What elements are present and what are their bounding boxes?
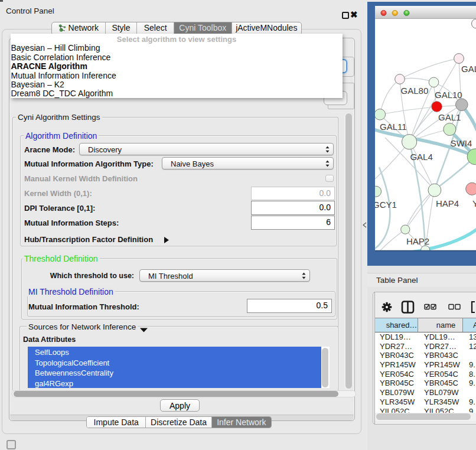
svg-text:HAP2: HAP2 [406, 236, 429, 246]
svg-text:GAL80: GAL80 [401, 86, 429, 96]
svg-text:YJ: YJ [472, 198, 476, 208]
svg-text:GAL11: GAL11 [380, 122, 407, 132]
svg-text:GAL10: GAL10 [435, 90, 462, 100]
svg-text:SWI4: SWI4 [451, 138, 472, 148]
svg-text:GAL1: GAL1 [438, 112, 461, 122]
svg-text:GAL7: GAL7 [461, 64, 476, 74]
svg-text:HAP4: HAP4 [436, 198, 459, 208]
svg-text:GCY1: GCY1 [373, 200, 397, 210]
svg-text:GAL4: GAL4 [410, 152, 432, 162]
